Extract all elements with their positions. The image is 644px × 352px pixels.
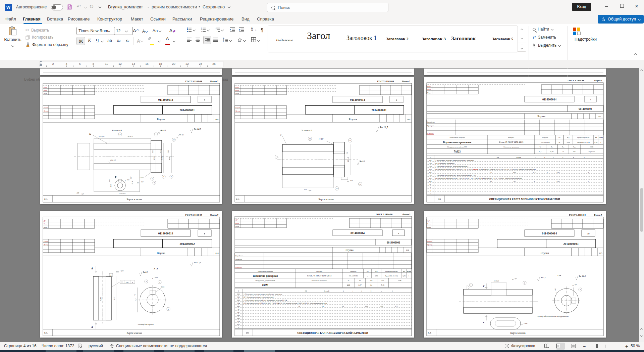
borders-chevron-icon[interactable]	[257, 39, 260, 42]
sort-button[interactable]: А Я	[250, 27, 254, 32]
style-heading5[interactable]: Заголовок 5	[492, 37, 513, 42]
justify-button[interactable]	[213, 37, 218, 42]
styles-scroll-up[interactable]	[518, 26, 526, 34]
multilevel-list-button[interactable]: 1ai	[215, 27, 220, 32]
tab-layout[interactable]: Макет	[129, 15, 145, 24]
format-painter-button[interactable]: Формат по образцу	[25, 42, 68, 47]
redo-icon[interactable]: ↻	[89, 3, 94, 10]
ruler[interactable]: 2 4 6 8 10 12 14 16 18 20 22 24 26	[0, 60, 644, 68]
saved-status[interactable]: Сохранено	[203, 4, 225, 9]
accessibility-icon[interactable]	[110, 344, 114, 348]
zoom-slider-track[interactable]	[589, 346, 623, 346]
undo-icon[interactable]: ↶	[76, 3, 81, 10]
taskbar-button[interactable]	[164, 350, 195, 352]
style-heading3[interactable]: Заголовок 3	[422, 36, 447, 42]
strikethrough-button[interactable]: ab	[105, 37, 114, 44]
taskbar-button[interactable]	[204, 350, 233, 352]
previous-page-icon[interactable]	[640, 328, 643, 331]
multilevel-chevron-icon[interactable]	[221, 29, 224, 31]
page-sketch-card-10[interactable]: ГОСТ 3.1105-84 Форма 7 Дубл. Взам. Подп.…	[424, 211, 606, 338]
tab-file[interactable]: Файл	[3, 15, 18, 24]
search-box[interactable]: Поиск	[267, 3, 388, 12]
style-emphasis[interactable]: Выделение	[276, 38, 293, 42]
tab-design[interactable]: Конструктор	[95, 15, 124, 24]
bold-button[interactable]: Ж	[76, 37, 85, 45]
close-button[interactable]: ✕	[629, 1, 644, 12]
taskbar-button[interactable]	[46, 350, 76, 352]
zoom-level[interactable]: 50 %	[631, 344, 640, 348]
select-button[interactable]: Выделить	[533, 43, 560, 48]
styles-more[interactable]	[518, 43, 526, 52]
shrink-font-button[interactable]: А	[141, 28, 149, 35]
qat-customize-icon[interactable]	[99, 5, 101, 8]
font-family-combo[interactable]: Times New Roman	[76, 27, 116, 35]
taskbar-button-active[interactable]	[244, 350, 275, 352]
cut-button[interactable]: ✂Вырезать	[25, 28, 49, 33]
tab-view[interactable]: Вид	[239, 15, 252, 24]
font-size-combo[interactable]: 12	[114, 27, 133, 35]
scroll-up-icon[interactable]	[640, 70, 643, 72]
language-indicator[interactable]: русский	[89, 344, 103, 348]
decrease-indent-button[interactable]	[229, 27, 235, 32]
title-chevron-icon[interactable]	[228, 5, 230, 8]
print-layout-button[interactable]	[556, 343, 565, 350]
underline-chevron-icon[interactable]	[101, 40, 104, 42]
restore-button[interactable]	[614, 1, 629, 12]
page-operation-card-7[interactable]: ГОСТ 3.1404-86 Форма 3 Дубл. Взам. Подп.…	[424, 77, 606, 204]
taskbar-button[interactable]	[83, 350, 114, 352]
align-left-button[interactable]	[186, 37, 192, 42]
scrollbar-thumb[interactable]	[640, 188, 643, 232]
borders-button[interactable]	[251, 37, 256, 42]
zoom-out-button[interactable]: −	[583, 344, 586, 349]
page-sketch-card-8[interactable]: ГОСТ 3.1105-84 Форма 7 Дубл. Взам. Подп.…	[40, 211, 222, 338]
clear-formatting-button[interactable]: А	[168, 27, 178, 34]
signin-button[interactable]: Вход	[572, 3, 591, 11]
bullets-button[interactable]	[186, 27, 192, 32]
line-spacing-chevron-icon[interactable]	[229, 39, 232, 42]
document-title[interactable]: Втулка_комплект	[108, 4, 143, 9]
zoom-in-button[interactable]: +	[625, 344, 628, 349]
align-right-button[interactable]	[203, 36, 211, 44]
text-effects-button[interactable]: А	[136, 37, 144, 44]
italic-button[interactable]: К	[86, 37, 93, 44]
page-sketch-card-5[interactable]: ГОСТ 3.1105-84 Форма 7 Дубл. Взам. Подп.…	[40, 77, 222, 204]
tab-review[interactable]: Рецензирование	[198, 15, 235, 24]
numbering-button[interactable]: 123	[201, 27, 206, 32]
share-button[interactable]: Общий доступ	[598, 15, 644, 24]
minimize-button[interactable]	[599, 1, 614, 12]
tab-draw[interactable]: Рисование	[66, 15, 92, 24]
highlight-button[interactable]	[147, 36, 157, 47]
vertical-scrollbar[interactable]	[639, 68, 644, 342]
page-sliver[interactable]	[232, 69, 414, 75]
tab-help[interactable]: Справка	[255, 15, 276, 24]
addins-button[interactable]: Надстройки	[572, 27, 599, 42]
autosave-toggle[interactable]	[51, 4, 63, 10]
tab-mailings[interactable]: Рассылки	[170, 15, 194, 24]
taskbar-button[interactable]	[123, 350, 154, 352]
zoom-slider-thumb[interactable]	[596, 344, 598, 348]
grow-font-button[interactable]: А	[131, 27, 140, 34]
subscript-button[interactable]: x2	[115, 37, 123, 44]
read-mode-button[interactable]	[544, 344, 549, 348]
pilcrow-button[interactable]: ¶	[259, 26, 265, 34]
line-spacing-button[interactable]	[223, 37, 228, 42]
styles-scroll-down[interactable]	[518, 34, 526, 43]
font-color-button[interactable]: А	[163, 36, 172, 46]
shading-button[interactable]	[237, 37, 242, 42]
page-indicator[interactable]: Страница 4 из 16	[4, 344, 37, 348]
accessibility-status[interactable]: Специальные возможности: не поддерживают…	[116, 344, 207, 348]
font-color-chevron-icon[interactable]	[173, 40, 175, 42]
collapse-ribbon-icon[interactable]	[634, 53, 637, 56]
copy-button[interactable]: Копировать	[25, 35, 54, 40]
page-sketch-card-6[interactable]: ГОСТ 3.1105-84 Форма 7 Дубл. Взам. Подп.…	[232, 77, 414, 204]
align-center-button[interactable]	[195, 37, 201, 42]
page-operation-card-9[interactable]: ГОСТ 3.1404-86 Форма 3 Дубл. Взам. Подп.…	[232, 211, 414, 338]
style-heading1[interactable]: Заголовок 1	[346, 35, 377, 42]
next-page-icon[interactable]	[640, 334, 643, 337]
style-title[interactable]: Загол	[307, 30, 330, 41]
indent-marker[interactable]	[40, 61, 42, 66]
focus-button[interactable]: Фокусировка	[511, 344, 535, 348]
undo-chevron-icon[interactable]	[84, 6, 87, 8]
increase-indent-button[interactable]	[239, 27, 245, 32]
change-case-button[interactable]: Аа	[151, 27, 162, 34]
